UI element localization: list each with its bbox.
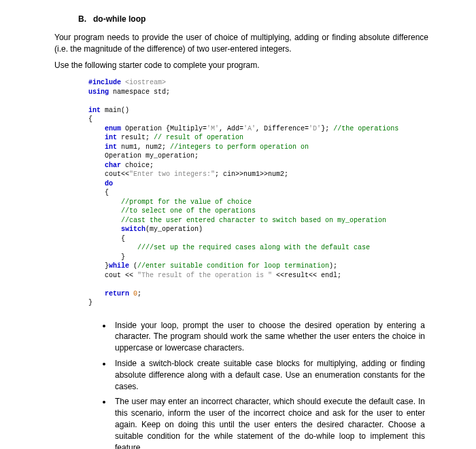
- code-token: //integers to perform operation on: [170, 143, 309, 151]
- code-token: "Enter two integers:": [129, 170, 215, 178]
- list-item: Inside your loop, prompt the user to cho…: [112, 320, 425, 354]
- intro-paragraph-1: Your program needs to provide the user o…: [54, 32, 428, 55]
- code-token: Operation {Multiply=: [121, 125, 207, 132]
- code-token: return: [88, 290, 129, 298]
- code-token: }: [88, 262, 109, 270]
- code-token: #include: [88, 79, 121, 86]
- code-token: 'A': [243, 125, 256, 132]
- code-token: }: [88, 299, 92, 306]
- code-token: cout <<: [88, 272, 137, 279]
- instruction-list: Inside your loop, prompt the user to cho…: [112, 320, 428, 449]
- code-token: cout<<: [88, 170, 129, 178]
- code-block: #include <iostream> using namespace std;…: [88, 78, 428, 308]
- code-token: std;: [154, 88, 170, 96]
- code-token: };: [321, 125, 333, 132]
- code-token: //the operations: [333, 125, 398, 132]
- code-token: , Difference=: [256, 125, 309, 132]
- code-token: int: [88, 107, 101, 114]
- code-token: int: [88, 143, 117, 151]
- intro-paragraph-2: Use the following starter code to comple…: [54, 60, 428, 71]
- section-heading: B. do-while loop: [78, 14, 428, 25]
- code-token: choice;: [121, 162, 154, 169]
- code-token: ////set up the required cases along with…: [88, 244, 370, 251]
- code-token: int: [88, 134, 117, 141]
- list-item: Inside a switch-block create suitable ca…: [112, 358, 425, 392]
- list-item: The user may enter an incorrect characte…: [112, 396, 425, 449]
- code-token: do: [88, 180, 113, 187]
- code-token: ; cin>>num1>>num2;: [215, 170, 288, 178]
- code-token: //cast the user entered character to swi…: [88, 217, 386, 224]
- code-token: enum: [88, 125, 121, 132]
- code-token: //enter suitable condition for loop term…: [137, 262, 329, 270]
- code-token: (my_operation): [146, 226, 203, 233]
- code-token: char: [88, 162, 121, 169]
- code-token: while: [109, 262, 129, 270]
- code-token: , Add=: [219, 125, 243, 132]
- code-token: "The result of the operation is ": [137, 272, 272, 279]
- code-token: //to select one of the operations: [88, 207, 256, 215]
- code-token: // result of operation: [154, 134, 243, 141]
- code-token: //prompt for the value of choice: [88, 198, 252, 206]
- code-token: (: [129, 262, 137, 270]
- code-token: <<result<< endl;: [272, 272, 341, 279]
- code-token: num1, num2;: [117, 143, 170, 151]
- code-token: namespace: [109, 88, 154, 96]
- code-token: result;: [117, 134, 154, 141]
- code-token: );: [329, 262, 337, 270]
- code-token: switch: [88, 226, 146, 233]
- code-token: }: [88, 253, 125, 261]
- code-token: {: [88, 235, 125, 243]
- code-token: <iostream>: [121, 79, 166, 86]
- code-token: using: [88, 88, 109, 96]
- code-token: Operation my_operation;: [88, 152, 199, 160]
- code-token: 'M': [207, 125, 219, 132]
- code-token: {: [88, 115, 92, 123]
- code-token: ;: [137, 290, 141, 298]
- code-token: 'D': [309, 125, 321, 132]
- code-token: {: [88, 189, 109, 196]
- code-token: main(): [101, 107, 129, 114]
